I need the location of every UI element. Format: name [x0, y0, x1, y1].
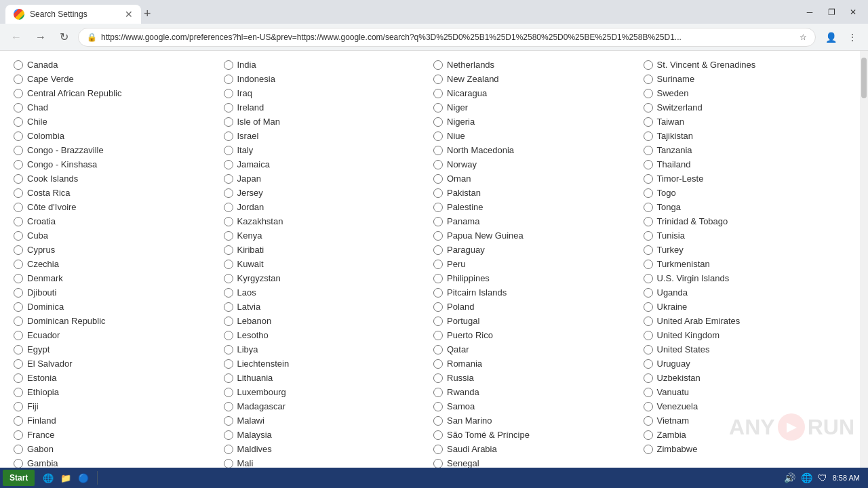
country-radio[interactable]	[433, 416, 443, 426]
country-radio[interactable]	[433, 75, 443, 84]
country-radio[interactable]	[644, 373, 653, 383]
country-radio[interactable]	[433, 188, 443, 198]
country-radio[interactable]	[224, 274, 233, 283]
country-radio[interactable]	[433, 103, 443, 113]
country-radio[interactable]	[433, 317, 443, 326]
country-radio[interactable]	[224, 188, 233, 198]
country-radio[interactable]	[14, 203, 23, 212]
country-radio[interactable]	[644, 430, 653, 440]
minimize-button[interactable]: ─	[800, 5, 819, 19]
refresh-button[interactable]: ↻	[56, 28, 73, 46]
country-radio[interactable]	[224, 345, 233, 354]
country-radio[interactable]	[644, 359, 653, 369]
country-radio[interactable]	[224, 131, 233, 141]
country-radio[interactable]	[224, 459, 233, 468]
country-radio[interactable]	[433, 245, 443, 255]
country-radio[interactable]	[433, 146, 443, 155]
country-radio[interactable]	[433, 388, 443, 397]
country-radio[interactable]	[14, 188, 23, 198]
tab-close-button[interactable]: ✕	[125, 9, 133, 20]
country-radio[interactable]	[644, 331, 653, 340]
country-radio[interactable]	[14, 345, 23, 354]
taskbar-folder-icon[interactable]: 📁	[58, 470, 74, 486]
country-radio[interactable]	[14, 274, 23, 283]
new-tab-button[interactable]: +	[141, 4, 154, 24]
country-radio[interactable]	[224, 75, 233, 84]
country-radio[interactable]	[14, 359, 23, 369]
country-radio[interactable]	[224, 174, 233, 184]
country-radio[interactable]	[644, 274, 653, 283]
country-radio[interactable]	[14, 174, 23, 184]
country-radio[interactable]	[644, 317, 653, 326]
tray-shield-icon[interactable]: 🛡	[818, 472, 827, 483]
country-radio[interactable]	[224, 317, 233, 326]
start-button[interactable]: Start	[3, 470, 35, 486]
country-radio[interactable]	[433, 160, 443, 169]
country-radio[interactable]	[644, 245, 653, 255]
forward-button[interactable]: →	[31, 28, 50, 46]
country-radio[interactable]	[644, 231, 653, 241]
country-radio[interactable]	[433, 430, 443, 440]
country-radio[interactable]	[433, 203, 443, 212]
country-radio[interactable]	[224, 231, 233, 241]
country-radio[interactable]	[433, 89, 443, 98]
country-radio[interactable]	[644, 103, 653, 113]
country-radio[interactable]	[433, 288, 443, 298]
tray-network-icon[interactable]: 🌐	[801, 472, 812, 483]
country-radio[interactable]	[224, 416, 233, 426]
country-radio[interactable]	[433, 274, 443, 283]
country-radio[interactable]	[433, 402, 443, 411]
country-radio[interactable]	[224, 245, 233, 255]
country-radio[interactable]	[433, 459, 443, 468]
profile-button[interactable]: 👤	[821, 29, 841, 45]
country-radio[interactable]	[14, 160, 23, 169]
country-radio[interactable]	[224, 288, 233, 298]
scrollbar-thumb[interactable]	[861, 58, 867, 98]
country-radio[interactable]	[433, 373, 443, 383]
country-radio[interactable]	[224, 203, 233, 212]
country-radio[interactable]	[14, 146, 23, 155]
country-radio[interactable]	[433, 60, 443, 70]
country-radio[interactable]	[14, 288, 23, 298]
country-radio[interactable]	[644, 174, 653, 184]
country-radio[interactable]	[224, 117, 233, 127]
country-radio[interactable]	[224, 260, 233, 269]
back-button[interactable]: ←	[7, 28, 26, 46]
country-radio[interactable]	[644, 345, 653, 354]
country-radio[interactable]	[14, 416, 23, 426]
country-radio[interactable]	[644, 75, 653, 84]
country-radio[interactable]	[224, 217, 233, 226]
country-radio[interactable]	[14, 60, 23, 70]
country-radio[interactable]	[224, 373, 233, 383]
country-radio[interactable]	[224, 430, 233, 440]
country-radio[interactable]	[224, 302, 233, 312]
country-radio[interactable]	[644, 402, 653, 411]
country-radio[interactable]	[644, 302, 653, 312]
country-radio[interactable]	[644, 117, 653, 127]
country-radio[interactable]	[14, 217, 23, 226]
country-radio[interactable]	[644, 416, 653, 426]
country-radio[interactable]	[644, 89, 653, 98]
url-bar[interactable]: 🔒 https://www.google.com/preferences?hl=…	[78, 28, 816, 47]
country-radio[interactable]	[644, 203, 653, 212]
country-radio[interactable]	[224, 388, 233, 397]
tray-speaker-icon[interactable]: 🔊	[784, 472, 795, 483]
country-radio[interactable]	[644, 260, 653, 269]
country-radio[interactable]	[224, 103, 233, 113]
country-radio[interactable]	[14, 75, 23, 84]
country-radio[interactable]	[224, 60, 233, 70]
country-radio[interactable]	[14, 402, 23, 411]
country-radio[interactable]	[14, 388, 23, 397]
country-radio[interactable]	[224, 160, 233, 169]
country-radio[interactable]	[14, 231, 23, 241]
menu-button[interactable]: ⋮	[844, 29, 861, 45]
country-radio[interactable]	[224, 331, 233, 340]
active-tab[interactable]: Search Settings ✕	[5, 5, 141, 24]
country-radio[interactable]	[644, 445, 653, 454]
country-radio[interactable]	[644, 160, 653, 169]
country-radio[interactable]	[14, 131, 23, 141]
country-radio[interactable]	[433, 345, 443, 354]
country-radio[interactable]	[433, 117, 443, 127]
country-radio[interactable]	[14, 317, 23, 326]
country-radio[interactable]	[224, 402, 233, 411]
